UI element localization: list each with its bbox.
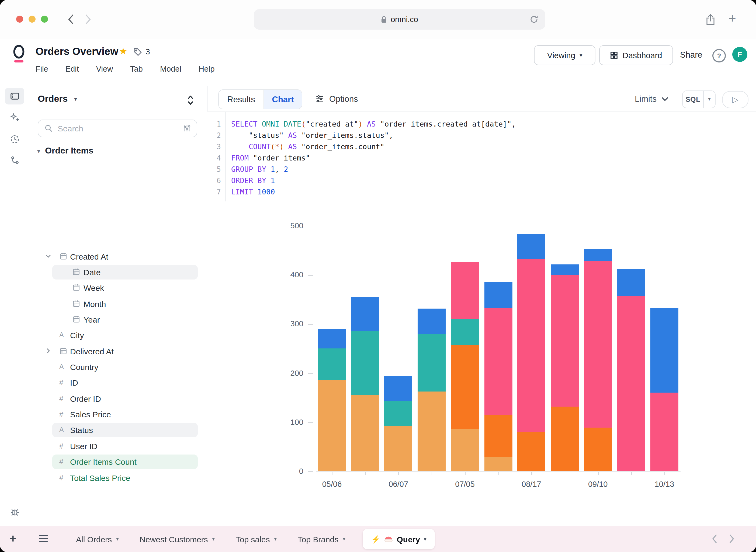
close-window-button[interactable] xyxy=(16,16,23,23)
bar-segment-blue[interactable] xyxy=(650,308,678,393)
field-row-date[interactable]: Date xyxy=(32,265,200,279)
tab-results[interactable]: Results xyxy=(219,90,263,109)
menu-item-help[interactable]: Help xyxy=(199,64,215,73)
bar-segment-blue[interactable] xyxy=(385,376,413,401)
sql-button[interactable]: SQL ▾ xyxy=(682,91,716,108)
minimize-window-button[interactable] xyxy=(28,16,35,23)
collapse-expand-icon[interactable] xyxy=(187,94,195,106)
bar-segment-blue[interactable] xyxy=(617,269,645,296)
bar-segment-blue[interactable] xyxy=(584,249,612,261)
field-row-country[interactable]: ACountry xyxy=(32,360,200,374)
bar-segment-orange[interactable] xyxy=(517,432,545,471)
fields-panel-icon[interactable] xyxy=(5,88,24,105)
share-button[interactable]: Share xyxy=(680,45,703,64)
viewing-dropdown[interactable]: Viewing ▾ xyxy=(534,45,596,65)
add-tab-button[interactable]: + xyxy=(10,532,16,545)
bar-segment-blue[interactable] xyxy=(418,309,446,333)
avatar[interactable]: F xyxy=(732,47,747,62)
bar-segment-amber[interactable] xyxy=(318,381,346,471)
bug-icon[interactable] xyxy=(5,504,24,520)
limits-dropdown[interactable]: Limits xyxy=(635,90,668,108)
menu-item-file[interactable]: File xyxy=(35,64,48,73)
tab-query-active[interactable]: ⚡Query▾ xyxy=(363,529,435,549)
back-button[interactable] xyxy=(68,15,74,24)
bar-segment-amber[interactable] xyxy=(385,426,413,471)
tab-newest-customers[interactable]: Newest Customers▾ xyxy=(129,535,225,544)
field-row-year[interactable]: Year xyxy=(32,312,200,327)
new-tab-button[interactable]: + xyxy=(729,11,736,26)
tabs-scroll-left-icon[interactable] xyxy=(712,534,717,543)
sql-dropdown-caret[interactable]: ▾ xyxy=(704,97,715,102)
bar-segment-teal[interactable] xyxy=(318,349,346,381)
bar-segment-amber[interactable] xyxy=(484,457,512,471)
tag-icon[interactable] xyxy=(133,47,142,56)
tabs-scroll-right-icon[interactable] xyxy=(729,534,735,543)
bar-segment-amber[interactable] xyxy=(351,395,379,471)
model-selector[interactable]: Orders ▾ xyxy=(38,94,77,105)
chevron-right-icon[interactable] xyxy=(45,347,52,354)
bar-segment-pink[interactable] xyxy=(484,308,512,415)
bar-segment-teal[interactable] xyxy=(385,401,413,426)
forward-button[interactable] xyxy=(85,15,91,24)
history-clock-icon[interactable] xyxy=(5,131,24,148)
branch-icon[interactable] xyxy=(5,152,24,169)
tab-top-brands[interactable]: Top Brands▾ xyxy=(288,535,356,544)
bar-segment-teal[interactable] xyxy=(451,319,479,345)
chevron-down-icon[interactable] xyxy=(45,252,52,259)
bar-segment-blue[interactable] xyxy=(484,282,512,308)
menu-item-model[interactable]: Model xyxy=(160,64,181,73)
view-header-order-items[interactable]: ▾ Order Items xyxy=(37,146,94,156)
field-row-order-items-count[interactable]: #Order Items Count xyxy=(32,454,200,469)
ai-sparkle-icon[interactable] xyxy=(5,109,24,126)
bar-segment-teal[interactable] xyxy=(351,331,379,395)
reload-icon[interactable] xyxy=(530,15,538,24)
menu-item-view[interactable]: View xyxy=(96,64,113,73)
field-row-month[interactable]: Month xyxy=(32,296,200,311)
favorite-star-icon[interactable]: ★ xyxy=(119,46,127,57)
menu-item-tab[interactable]: Tab xyxy=(130,64,143,73)
field-row-created-at[interactable]: Created At xyxy=(32,249,200,264)
field-row-total-sales-price[interactable]: #Total Sales Price xyxy=(32,470,200,485)
field-row-city[interactable]: ACity xyxy=(32,328,200,343)
field-row-week[interactable]: Week xyxy=(32,281,200,295)
field-row-status[interactable]: AStatus xyxy=(32,423,200,438)
tab-chart[interactable]: Chart xyxy=(263,90,302,109)
bar-segment-blue[interactable] xyxy=(351,297,379,331)
bar-segment-pink[interactable] xyxy=(551,275,579,406)
menu-item-edit[interactable]: Edit xyxy=(66,64,79,73)
bar-segment-pink[interactable] xyxy=(584,261,612,428)
tab-list-menu-icon[interactable] xyxy=(39,535,48,544)
bar-segment-blue[interactable] xyxy=(551,264,579,275)
address-bar[interactable]: omni.co xyxy=(254,9,545,30)
dashboard-button[interactable]: Dasbhoard xyxy=(599,45,673,65)
field-row-user-id[interactable]: #User ID xyxy=(32,439,200,453)
tab-top-sales[interactable]: Top sales▾ xyxy=(225,535,287,544)
sql-editor[interactable]: 1234567 SELECT OMNI_DATE("created_at") A… xyxy=(207,112,756,202)
field-row-id[interactable]: #ID xyxy=(32,376,200,390)
bar-segment-orange[interactable] xyxy=(551,406,579,471)
search-filter-icon[interactable] xyxy=(183,124,191,132)
options-button[interactable]: Options xyxy=(315,90,358,108)
bar-segment-blue[interactable] xyxy=(517,234,545,259)
field-row-order-id[interactable]: #Order ID xyxy=(32,391,200,406)
search-input[interactable] xyxy=(57,121,172,136)
field-row-sales-price[interactable]: #Sales Price xyxy=(32,407,200,422)
bar-segment-amber[interactable] xyxy=(451,428,479,471)
bar-segment-orange[interactable] xyxy=(451,345,479,428)
bar-segment-pink[interactable] xyxy=(451,262,479,319)
bar-segment-pink[interactable] xyxy=(650,393,678,471)
field-row-delivered-at[interactable]: Delivered At xyxy=(32,344,200,359)
help-button[interactable]: ? xyxy=(712,49,726,62)
bar-segment-teal[interactable] xyxy=(418,333,446,392)
tab-all-orders[interactable]: All Orders▾ xyxy=(66,535,129,544)
share-page-icon[interactable] xyxy=(706,14,715,25)
bar-segment-orange[interactable] xyxy=(584,428,612,471)
bar-segment-blue[interactable] xyxy=(318,329,346,349)
bar-segment-orange[interactable] xyxy=(484,415,512,457)
bar-segment-pink[interactable] xyxy=(617,296,645,471)
run-query-button[interactable]: ▷ xyxy=(722,91,748,108)
zoom-window-button[interactable] xyxy=(41,16,48,23)
bar-segment-amber[interactable] xyxy=(418,392,446,471)
bar-segment-pink[interactable] xyxy=(517,259,545,432)
search-box[interactable] xyxy=(38,120,197,137)
